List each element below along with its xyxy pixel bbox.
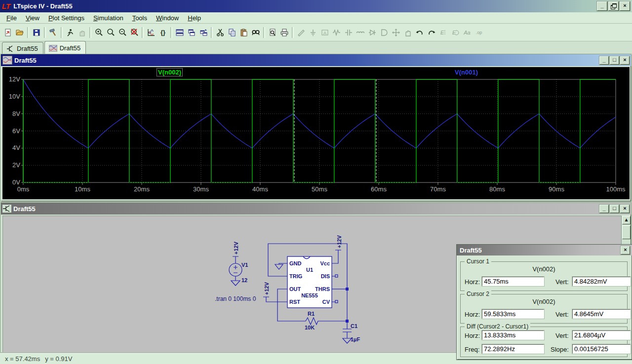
cursor-dialog-close-button[interactable]: × — [621, 246, 630, 255]
move-icon — [392, 28, 400, 37]
toolbar-redo-button[interactable] — [426, 27, 437, 38]
toolbar-place-resistor-button[interactable] — [331, 27, 343, 38]
toolbar-zoom-out-button[interactable] — [117, 27, 128, 38]
toolbar-zoom-in-button[interactable] — [93, 27, 105, 38]
main-title-bar[interactable]: LT LTspice IV - Draft55 _ × — [0, 0, 632, 12]
restore-button[interactable] — [608, 1, 619, 11]
diff-horz-field[interactable] — [482, 330, 544, 340]
toolbar-find-button[interactable] — [250, 27, 262, 38]
toolbar-spice-directive-button[interactable]: .op — [473, 27, 485, 38]
place-ground-icon — [309, 28, 317, 37]
toolbar-place-text-button[interactable]: Aa — [461, 27, 473, 38]
menu-view[interactable]: View — [21, 13, 44, 23]
toolbar-control-panel-button[interactable] — [47, 27, 59, 38]
x-axis-tick-label: 20ms — [134, 185, 150, 193]
menu-plot-settings[interactable]: Plot Settings — [44, 13, 89, 23]
toolbar-print-preview-button[interactable] — [267, 27, 278, 38]
toolbar-drag-button[interactable] — [402, 27, 414, 38]
svg-text:TRIG: TRIG — [289, 273, 302, 279]
y-axis-tick-label: 0V — [12, 179, 20, 186]
place-inductor-icon — [356, 28, 365, 37]
toolbar-place-label-button[interactable]: A — [319, 27, 331, 38]
menu-simulation[interactable]: Simulation — [89, 13, 128, 23]
trace-label-vn002[interactable]: V(n002) — [157, 68, 183, 76]
toolbar-cascade-windows-button[interactable] — [186, 27, 198, 38]
toolbar-save-button[interactable] — [31, 27, 42, 38]
toolbar-separator — [89, 27, 91, 38]
cursor-dialog: Draft55 × Cursor 1 V(n002) Horz: Vert: C… — [457, 245, 632, 360]
scroll-up-button[interactable]: ▲ — [622, 216, 631, 224]
schematic-close-button[interactable]: × — [620, 205, 630, 213]
svg-text:{}: {} — [160, 29, 165, 36]
svg-text:10K: 10K — [305, 325, 315, 330]
y-axis-tick-label: 2V — [12, 161, 20, 169]
toolbar-move-button[interactable] — [390, 27, 402, 38]
close-button[interactable]: × — [620, 1, 630, 11]
menu-help[interactable]: Help — [183, 13, 205, 23]
waveform-plot[interactable]: 0ms10ms20ms30ms40ms50ms60ms70ms80ms90ms1… — [2, 67, 630, 199]
menu-bar: FileViewPlot SettingsSimulationToolsWind… — [0, 12, 632, 24]
toolbar-place-component-button[interactable] — [378, 27, 390, 38]
toolbar-rotate-button[interactable]: E — [449, 27, 461, 38]
menu-tools[interactable]: Tools — [128, 13, 152, 23]
toolbar-paste-button[interactable] — [238, 27, 250, 38]
schematic-minimize-button[interactable]: _ — [599, 205, 609, 213]
diff-freq-field[interactable] — [482, 344, 544, 354]
toolbar-print-button[interactable] — [278, 27, 290, 38]
toolbar-place-inductor-button[interactable] — [355, 27, 366, 38]
toolbar-zoom-undo-button[interactable] — [128, 27, 140, 38]
toolbar-halt-button[interactable] — [76, 27, 88, 38]
toolbar-place-capacitor-button[interactable] — [343, 27, 355, 38]
scrollbar-thumb[interactable] — [622, 225, 631, 239]
toolbar-autorange-button[interactable] — [145, 27, 157, 38]
toolbar-undo-button[interactable] — [414, 27, 426, 38]
svg-text:DIS: DIS — [321, 273, 330, 279]
cursor2-group: Cursor 2 V(n002) Horz: Vert: — [460, 294, 628, 324]
tab-schematic-draft55[interactable]: Draft55 — [2, 42, 43, 55]
menu-file[interactable]: File — [2, 13, 21, 23]
toolbar-run-button[interactable] — [64, 27, 76, 38]
diff-freq-label: Freq: — [465, 346, 479, 353]
diff-vert-field[interactable] — [572, 330, 631, 340]
waveform-close-button[interactable]: × — [620, 56, 630, 65]
toolbar-pan-button[interactable]: {} — [157, 27, 169, 38]
toolbar-draw-wire-button[interactable] — [295, 27, 307, 38]
cursor-dialog-title-bar[interactable]: Draft55 × — [457, 245, 632, 255]
toolbar-tile-horizontal-button[interactable] — [174, 27, 186, 38]
cursor1-horz-field[interactable] — [482, 277, 544, 286]
trace-label-vn001[interactable]: V(n001) — [454, 69, 479, 76]
open-icon — [15, 28, 24, 37]
menu-window[interactable]: Window — [152, 13, 183, 23]
toolbar-copy-button[interactable] — [226, 27, 238, 38]
diff-slope-label: Slope: — [551, 346, 569, 353]
control-panel-icon — [49, 28, 58, 37]
toolbar-mirror-button[interactable]: E — [437, 27, 449, 38]
diff-group: Diff (Cursor2 - Cursor1) Horz: Vert: Fre… — [460, 327, 628, 357]
minimize-button[interactable]: _ — [597, 1, 607, 11]
tab-bar: Draft55 Draft55 — [0, 41, 632, 56]
undo-icon — [415, 28, 424, 37]
tab-waveform-draft55[interactable]: Draft55 — [44, 41, 86, 55]
toolbar-arrange-windows-button[interactable] — [198, 27, 209, 38]
draw-wire-icon — [297, 28, 306, 37]
y-axis-tick-label: 8V — [12, 110, 20, 117]
toolbar-zoom-full-extents-button[interactable] — [105, 27, 117, 38]
cursor1-vert-field[interactable] — [572, 277, 631, 286]
diff-vert-label: Vert: — [555, 332, 569, 339]
schematic-window-title-bar[interactable]: Draft55 _ □ × — [1, 203, 631, 215]
diff-horz-label: Horz: — [465, 332, 480, 339]
cursor2-horz-field[interactable] — [482, 309, 544, 319]
toolbar-place-ground-button[interactable] — [307, 27, 319, 38]
waveform-minimize-button[interactable]: _ — [599, 56, 609, 65]
toolbar-separator — [142, 27, 144, 38]
waveform-maximize-button[interactable]: □ — [610, 56, 619, 65]
toolbar-place-diode-button[interactable] — [366, 27, 378, 38]
main-window-title: LTspice IV - Draft55 — [13, 2, 597, 10]
schematic-maximize-button[interactable]: □ — [610, 205, 619, 213]
toolbar-open-button[interactable] — [14, 27, 26, 38]
toolbar-cut-button[interactable] — [214, 27, 226, 38]
diff-slope-field[interactable] — [572, 344, 631, 354]
waveform-window-title-bar[interactable]: Draft55 _ □ × — [1, 54, 631, 66]
cursor2-vert-field[interactable] — [572, 309, 631, 319]
toolbar-new-schematic-button[interactable] — [2, 27, 14, 38]
